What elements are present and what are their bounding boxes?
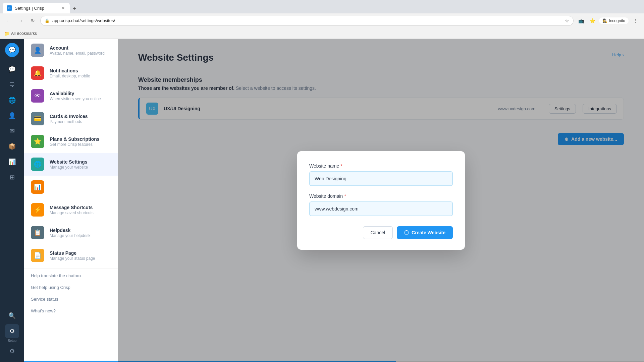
browser-window: S Settings | Crisp ✕ + ← → ↻ 🔒 app.crisp… [0, 0, 644, 362]
website-domain-input[interactable] [309, 201, 453, 216]
tab-title: Settings | Crisp [15, 6, 44, 11]
cards-icon: 💳 [31, 112, 44, 125]
sidebar-item-availability[interactable]: 👁 Availability When visitors see you onl… [24, 84, 118, 107]
tab-bar: S Settings | Crisp ✕ + [0, 0, 644, 13]
notifications-title: Notifications [50, 68, 90, 73]
globe-icon: 🌐 [8, 97, 16, 104]
nav-right-controls: 📺 ⭐ 🕵 Incognito ⋮ [576, 16, 640, 25]
sidebar-item-notifications[interactable]: 🔔 Notifications Email, desktop, mobile [24, 62, 118, 84]
settings-sidebar: 👤 Account Avatar, name, email, password … [24, 39, 118, 362]
setup-icon: ⚙ [9, 327, 15, 335]
plugins-icon: ⊞ [10, 174, 15, 181]
lock-icon: 🔒 [45, 18, 50, 23]
availability-desc: When visitors see you online [50, 97, 101, 101]
sidebar-item-status-page[interactable]: 📄 Status Page Manage your status page [24, 244, 118, 267]
nav-gear[interactable]: ⚙ [5, 344, 19, 358]
helpdesk-text: Helpdesk Manage your helpdesk [50, 228, 90, 238]
cast-button[interactable]: 📺 [576, 16, 586, 25]
incognito-icon: 🕵 [602, 18, 607, 23]
helpdesk-desc: Manage your helpdesk [50, 233, 90, 238]
sidebar-link-translate[interactable]: Help translate the chatbox [24, 270, 118, 282]
address-bar[interactable]: 🔒 app.crisp.chat/settings/websites/ ☆ [40, 16, 574, 26]
shortcuts-text: Message Shortcuts Manage saved shortcuts [50, 205, 94, 215]
bookmarks-folder-icon: 📁 [4, 31, 10, 36]
helpdesk-title: Helpdesk [50, 228, 90, 233]
forward-button[interactable]: → [16, 16, 25, 25]
menu-button[interactable]: ⋮ [631, 16, 640, 25]
name-required: * [340, 163, 342, 169]
plans-icon: ⭐ [31, 135, 44, 148]
website-name-input[interactable] [309, 171, 453, 186]
avatar-icon: 💬 [8, 46, 16, 54]
sidebar-item-cards[interactable]: 💳 Cards & Invoices Payment methods [24, 107, 118, 130]
incognito-badge: 🕵 Incognito [599, 17, 629, 24]
nav-box[interactable]: 📦 [5, 139, 19, 154]
sidebar-item-helpdesk[interactable]: 📋 Helpdesk Manage your helpdesk [24, 221, 118, 244]
plans-text: Plans & Subscriptions Get more Crisp fea… [50, 136, 100, 147]
nav-globe[interactable]: 🌐 [5, 93, 19, 107]
nav-contacts[interactable]: 👤 [5, 109, 19, 123]
campaigns-icon: ✉ [10, 127, 15, 135]
nav-campaigns[interactable]: ✉ [5, 124, 19, 138]
website-settings-text: Website Settings Manage your website [50, 159, 88, 170]
setup-item: ⚙ Setup [5, 324, 19, 343]
cards-desc: Payment methods [50, 119, 88, 124]
nav-search[interactable]: 🔍 [5, 309, 19, 323]
user-avatar[interactable]: 💬 [5, 43, 19, 57]
domain-label-text: Website domain [309, 193, 343, 199]
cards-text: Cards & Invoices Payment methods [50, 114, 88, 124]
back-button[interactable]: ← [4, 16, 13, 25]
sidebar-item-plans[interactable]: ⭐ Plans & Subscriptions Get more Crisp f… [24, 130, 118, 153]
tab-close-button[interactable]: ✕ [60, 5, 66, 11]
bookmarks-label: All Bookmarks [11, 31, 37, 36]
sidebar-item-analytics[interactable]: 📊 [24, 176, 118, 198]
nav-setup[interactable]: ⚙ [5, 324, 19, 338]
notifications-text: Notifications Email, desktop, mobile [50, 68, 90, 78]
account-title: Account [50, 45, 105, 51]
navigation-bar: ← → ↻ 🔒 app.crisp.chat/settings/websites… [0, 13, 644, 28]
shortcuts-icon: ⚡ [31, 203, 44, 217]
analytics-sidebar-icon: 📊 [31, 180, 44, 194]
tab-favicon: S [7, 5, 12, 11]
new-tab-button[interactable]: + [70, 4, 79, 13]
sidebar-link-help[interactable]: Get help using Crisp [24, 282, 118, 293]
status-page-text: Status Page Manage your status page [50, 250, 95, 261]
active-tab[interactable]: S Settings | Crisp ✕ [3, 3, 70, 13]
plans-title: Plans & Subscriptions [50, 136, 100, 142]
nav-analytics[interactable]: 📊 [5, 155, 19, 169]
helpdesk-icon: 📋 [31, 226, 44, 239]
modal-actions: Cancel Create Website [309, 226, 453, 239]
bookmark-icon[interactable]: ☆ [565, 18, 569, 23]
sidebar-divider [24, 268, 118, 268]
domain-required: * [344, 193, 346, 199]
website-settings-desc: Manage your website [50, 165, 88, 170]
sidebar-item-account[interactable]: 👤 Account Avatar, name, email, password [24, 39, 118, 62]
notifications-icon: 🔔 [31, 66, 44, 80]
modal-overlay[interactable]: Website name * Website domain * Cancel C… [118, 39, 644, 362]
icon-bar: 💬 💬 🗨 🌐 👤 ✉ 📦 📊 ⊞ [0, 39, 24, 362]
sidebar-link-whats-new[interactable]: What's new? [24, 305, 118, 317]
sidebar-item-message-shortcuts[interactable]: ⚡ Message Shortcuts Manage saved shortcu… [24, 198, 118, 221]
cancel-button[interactable]: Cancel [363, 226, 393, 239]
bookmarks-bar: 📁 All Bookmarks [0, 28, 644, 39]
bookmarks-button[interactable]: ⭐ [588, 16, 597, 25]
nav-plugins[interactable]: ⊞ [5, 170, 19, 184]
cards-title: Cards & Invoices [50, 114, 88, 119]
create-website-modal: Website name * Website domain * Cancel C… [297, 151, 465, 250]
analytics-icon: 📊 [8, 158, 16, 166]
website-settings-title: Website Settings [50, 159, 88, 165]
account-desc: Avatar, name, email, password [50, 51, 105, 56]
plans-desc: Get more Crisp features [50, 142, 100, 147]
nav-comments[interactable]: 🗨 [5, 78, 19, 92]
gear-icon: ⚙ [9, 347, 15, 355]
sidebar-link-service[interactable]: Service status [24, 293, 118, 305]
incognito-label: Incognito [609, 18, 625, 23]
reload-button[interactable]: ↻ [28, 16, 38, 25]
sidebar-item-website-settings[interactable]: 🌐 Website Settings Manage your website [24, 153, 118, 176]
chat-icon: 💬 [8, 66, 16, 73]
create-website-button[interactable]: Create Website [397, 226, 453, 239]
icon-bar-bottom: 🔍 ⚙ Setup ⚙ [5, 309, 19, 358]
setup-label: Setup [8, 339, 16, 343]
nav-chat[interactable]: 💬 [5, 62, 19, 76]
notifications-desc: Email, desktop, mobile [50, 74, 90, 78]
